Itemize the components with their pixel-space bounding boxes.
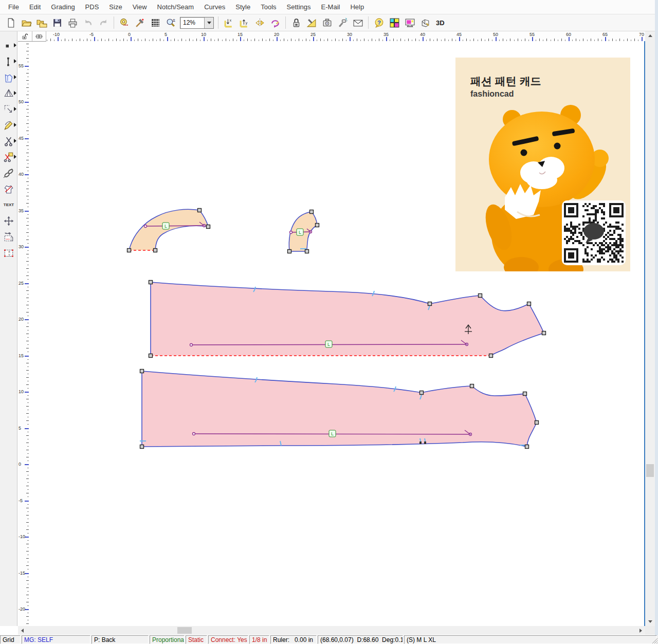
flatten-grid-button[interactable] <box>32 31 46 41</box>
scroll-down-button[interactable] <box>645 617 655 626</box>
pattern-handle[interactable] <box>542 332 546 335</box>
pattern-handle[interactable] <box>127 249 131 252</box>
waistband-left-piece[interactable]: L <box>129 209 208 250</box>
open-button[interactable] <box>19 15 33 30</box>
3d-label[interactable]: 3D <box>436 19 445 27</box>
grid-table-button[interactable] <box>148 15 162 30</box>
pattern-handle[interactable] <box>310 210 314 214</box>
pattern-handle[interactable] <box>316 224 319 227</box>
pattern-handle[interactable] <box>140 370 144 373</box>
vertical-scrollbar[interactable] <box>645 31 655 626</box>
pattern-handle[interactable] <box>149 354 153 358</box>
pattern-handle[interactable] <box>198 209 202 212</box>
horizontal-ruler[interactable]: -10-50510152025303540455055606570 <box>18 31 645 42</box>
pattern-handle[interactable] <box>305 250 309 253</box>
move-piece-tool[interactable] <box>0 213 17 229</box>
zoom-button[interactable]: ± <box>163 15 178 30</box>
menu-style[interactable]: Style <box>230 1 255 13</box>
pattern-handle[interactable] <box>479 294 482 298</box>
menu-edit[interactable]: Edit <box>24 1 46 13</box>
pattern-handle[interactable] <box>154 249 157 252</box>
pattern-handle[interactable] <box>140 445 144 449</box>
lock-button[interactable] <box>289 15 303 30</box>
move-y-button[interactable]: y <box>237 15 251 30</box>
unlock-button[interactable] <box>18 31 32 41</box>
menu-settings[interactable]: Settings <box>282 1 316 13</box>
mirror-button[interactable] <box>252 15 267 30</box>
scroll-up-button[interactable] <box>645 31 655 40</box>
camera-button[interactable] <box>320 15 334 30</box>
undo-button[interactable] <box>81 15 95 30</box>
arrow-right-icon <box>639 629 642 633</box>
help-button[interactable]: ? <box>372 15 386 30</box>
menu-notch-seam[interactable]: Notch/Seam <box>152 1 199 13</box>
pant-back-piece[interactable]: L <box>140 371 537 447</box>
menu-help[interactable]: Help <box>345 1 369 13</box>
scroll-left-button[interactable] <box>18 626 27 635</box>
drawing-canvas[interactable]: L L L <box>29 41 645 626</box>
monitor-view-button[interactable] <box>403 15 417 30</box>
garment-check-tool[interactable] <box>0 181 17 197</box>
pattern-handle[interactable] <box>525 445 529 449</box>
vertical-scroll-thumb[interactable] <box>646 464 654 477</box>
horizontal-scroll-thumb[interactable] <box>177 627 192 634</box>
zoom-dropdown-button[interactable] <box>204 17 213 28</box>
notch-handle[interactable] <box>424 441 426 444</box>
move-x-button[interactable]: x <box>222 15 236 30</box>
link-tool[interactable] <box>0 165 17 181</box>
pattern-windows-button[interactable] <box>387 15 401 30</box>
airbrush-button[interactable] <box>335 15 350 30</box>
menu-size[interactable]: Size <box>104 1 127 13</box>
zoom-level-select[interactable]: 12% <box>180 17 214 29</box>
pattern-handle[interactable] <box>535 421 539 425</box>
menu-grading[interactable]: Grading <box>46 1 80 13</box>
menu-file[interactable]: File <box>3 1 24 13</box>
pattern-handle[interactable] <box>207 225 210 229</box>
xy-dimension-tool[interactable]: XY <box>0 245 17 261</box>
tape-measure-button[interactable] <box>117 15 132 30</box>
scissors-tool[interactable] <box>0 133 17 149</box>
select-tool[interactable] <box>0 38 17 53</box>
notch-handle[interactable] <box>419 441 422 444</box>
pattern-handle[interactable] <box>489 354 493 358</box>
3d-tools-button[interactable] <box>418 15 432 30</box>
curve-pencil-tool[interactable] <box>0 117 17 133</box>
pattern-handle[interactable] <box>420 391 424 395</box>
dart-tool[interactable] <box>0 85 17 101</box>
email-button[interactable] <box>351 15 365 30</box>
pattern-piece-icon <box>3 72 14 83</box>
pant-front-piece[interactable]: L <box>151 282 544 356</box>
rotate-flip-button[interactable] <box>268 15 282 30</box>
pattern-handle[interactable] <box>470 384 474 388</box>
menu-view[interactable]: View <box>127 1 152 13</box>
resize-grip[interactable] <box>650 636 658 644</box>
ruler-label: 10 <box>201 32 206 37</box>
horizontal-scrollbar[interactable] <box>18 626 645 635</box>
hammer-tool-button[interactable] <box>133 15 147 30</box>
line-tool[interactable] <box>0 53 17 69</box>
save-button[interactable] <box>50 15 64 30</box>
waistband-right-piece[interactable]: L <box>289 212 317 251</box>
menu-tools[interactable]: Tools <box>255 1 281 13</box>
vertical-ruler[interactable]: -20-15-10-50510152025303540455055 <box>18 41 29 626</box>
menu-pds[interactable]: PDS <box>80 1 104 13</box>
menu-curves[interactable]: Curves <box>199 1 230 13</box>
text-tool[interactable]: TEXT <box>0 197 17 213</box>
pattern-handle[interactable] <box>428 302 432 306</box>
cut-seam-tool[interactable] <box>0 149 17 165</box>
pattern-piece-tool[interactable] <box>0 69 17 85</box>
pattern-handle[interactable] <box>527 302 531 306</box>
scroll-right-button[interactable] <box>636 626 645 635</box>
redo-button[interactable] <box>96 15 111 30</box>
new-document-button[interactable] <box>4 15 18 30</box>
pattern-handle[interactable] <box>523 392 527 396</box>
menu-email[interactable]: E-Mail <box>316 1 345 13</box>
set-square-button[interactable] <box>304 15 319 30</box>
copy-measure-tool[interactable] <box>0 229 17 245</box>
status-grid[interactable]: Grid <box>0 635 21 644</box>
print-button[interactable] <box>65 15 80 30</box>
marquee-tool[interactable] <box>0 101 17 117</box>
pattern-handle[interactable] <box>149 281 153 284</box>
open-multiple-button[interactable] <box>34 15 49 30</box>
pattern-handle[interactable] <box>288 250 291 253</box>
